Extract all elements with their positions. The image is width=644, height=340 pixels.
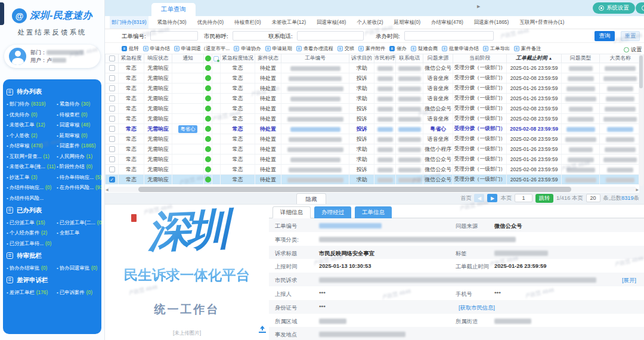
row-checkbox[interactable] (109, 75, 115, 81)
tab-item[interactable]: 优先待办(0) (196, 16, 225, 29)
table-row[interactable]: 常态无需响应常态待处置求助语音坐席受理分拨（一级部门）2025-01-26 23… (106, 94, 641, 104)
sidebar-item[interactable]: •未签收工单(推...(11) (7, 163, 57, 170)
sidebar-item[interactable]: •已分派工单(15) (7, 220, 57, 226)
row-checkbox[interactable] (109, 136, 115, 142)
table-row[interactable]: 常态无需响应常态待处置投诉语音坐席受理分拨（一级部门）2025-02-08 23… (106, 114, 641, 124)
upload-icon[interactable] (259, 326, 266, 333)
search-field-input[interactable] (150, 31, 198, 41)
tab-item[interactable]: 部门待办(8319) (110, 16, 148, 29)
fetch-citizen-info-link[interactable]: [获取市民信息] (459, 304, 495, 312)
search-field-input[interactable] (404, 31, 494, 41)
sidebar-item[interactable]: •未签收工单(12) (7, 122, 57, 128)
toolbar-button[interactable]: 查看办理流程 (296, 45, 333, 52)
table-row[interactable]: ✓常态无需响应常态待处置求助微信公众号受理分拨（一级部门）2025-01-26 … (106, 175, 641, 185)
sidebar-item[interactable]: •紧急待办(30) (57, 101, 101, 107)
sidebar-item[interactable]: •办结审核(478) (7, 143, 57, 149)
tab-item[interactable]: 办结审核(478) (429, 16, 465, 29)
sidebar-item[interactable]: •协办回退审批(0) (57, 265, 99, 271)
sidebar-item[interactable]: •差评工单栏(176) (7, 289, 57, 296)
sidebar-item[interactable]: •已申诉案件(0) (57, 289, 99, 296)
sidebar-item[interactable]: •协办办结审批(0) (7, 265, 57, 271)
sidebar-item[interactable]: •优先待办(0) (7, 112, 57, 118)
table-row[interactable]: 常态无需响应粤省心常态待处置投诉粤省心受理分拨（一级部门）2025-02-08 … (106, 124, 641, 134)
sidebar-item[interactable]: •个人签收(2) (7, 132, 57, 139)
page-tab[interactable]: 工单查询 (151, 3, 196, 16)
table-settings-button[interactable]: 设置 (624, 46, 642, 54)
row-checkbox[interactable] (109, 166, 115, 172)
next-page-button[interactable]: ▶ (487, 194, 497, 202)
toolbar-button[interactable]: 案件附件 (358, 45, 385, 52)
row-checkbox[interactable] (109, 65, 115, 71)
jump-button[interactable]: 跳转 (535, 194, 553, 203)
sidebar-item[interactable]: •已分派工单待...(0) (7, 240, 57, 247)
row-checkbox[interactable] (109, 85, 115, 91)
detail-tab[interactable]: 详细信息 (273, 206, 311, 218)
first-page-label[interactable]: 首页 (460, 194, 472, 202)
system-settings-button[interactable]: 系统设置 (593, 2, 635, 14)
sidebar-item[interactable]: •抄送工单(3) (7, 174, 57, 181)
logout-button[interactable]: 退出 (636, 2, 644, 14)
select-all-checkbox[interactable] (109, 55, 115, 61)
toolbar-button[interactable]: 申请延期 (265, 45, 292, 52)
table-row[interactable]: 常态无需响应常态待处置投诉微信公众号受理分拨（一级部门）2025-02-08 2… (106, 165, 641, 175)
toolbar-button[interactable]: 申请办结 (143, 45, 170, 52)
detail-tab[interactable]: 办理经过 (314, 206, 351, 218)
row-checkbox[interactable]: ✓ (109, 177, 115, 183)
sidebar-item[interactable]: •延期审核(0) (57, 132, 101, 139)
sidebar-item[interactable]: •待核查栏(0) (57, 112, 101, 118)
sidebar-item[interactable]: •部门待办(8319) (7, 101, 57, 107)
sidebar-item[interactable]: •互联网+督查...(1) (7, 153, 57, 160)
prev-page-button[interactable]: ◀ (474, 194, 484, 202)
tab-item[interactable]: 延期审核(0) (392, 16, 422, 29)
table-row[interactable]: 常态无需响应常态待处置求助微信公众号受理分拨（一级部门）2025-01-26 2… (106, 154, 641, 165)
row-checkbox[interactable] (109, 95, 115, 101)
hide-panel-tab[interactable]: 隐藏 (296, 193, 326, 205)
detail-tab[interactable]: 工单信息 (355, 206, 392, 218)
table-row[interactable]: 常态无需响应常态待处置求助语音坐席受理分拨（一级部门）2025-01-26 23… (106, 84, 641, 94)
sidebar-item[interactable]: •回退案件(1865) (57, 143, 101, 149)
page-size-input[interactable]: 20 (586, 194, 600, 202)
sidebar-item[interactable]: •人民网待办(1) (57, 153, 101, 160)
sidebar-item[interactable]: •办结件待响应...(0) (7, 184, 57, 191)
query-button[interactable]: 查询 (595, 31, 615, 41)
toolbar-button[interactable]: 申请回退（退至市平... (174, 45, 230, 52)
row-checkbox[interactable] (109, 116, 115, 122)
sidebar-item[interactable]: •待办单待响应...(5) (57, 174, 101, 181)
table-row[interactable]: 常态无需响应常态待处置投诉语音坐席受理分拨（一级部门）2025-02-08 23… (106, 73, 641, 84)
page-input[interactable]: 1 (515, 194, 532, 202)
table-row[interactable]: 常态无需响应常态待处置投诉语音坐席受理分拨（一级部门）2025-02-08 23… (106, 134, 641, 144)
sidebar-item[interactable]: •个人经办案件(2) (7, 230, 57, 236)
tab-item[interactable]: 个人签收(2) (355, 16, 385, 29)
tab-item[interactable]: 回退案件(1865) (472, 16, 511, 29)
row-checkbox[interactable] (109, 106, 115, 112)
sidebar-item[interactable]: •在办件待风险...(93) (57, 184, 101, 191)
tabs-scroll-right-icon[interactable]: ▶ (477, 4, 480, 9)
search-field-input[interactable] (297, 31, 364, 41)
vertical-scrollbar[interactable] (639, 54, 643, 186)
row-checkbox[interactable] (109, 156, 115, 162)
toolbar-button[interactable]: 批转 (122, 45, 139, 52)
table-row[interactable]: 常态无需响应常态待处置求助微信公众号受理分拨（一级部门）2025-01-26 2… (106, 63, 641, 73)
toolbar-button[interactable]: 催办 (389, 45, 407, 52)
reset-button[interactable]: 重置 (621, 31, 640, 41)
expand-link[interactable]: [展开] (622, 277, 636, 285)
tab-item[interactable]: 未签收工单(12) (270, 16, 308, 29)
tab-item[interactable]: 回退审核(48) (315, 16, 348, 29)
toolbar-button[interactable]: 工单导出 (483, 45, 510, 52)
toolbar-button[interactable]: 疑难会商 (411, 45, 438, 52)
sidebar-item[interactable]: •全部工单 (57, 230, 101, 236)
toolbar-button[interactable]: 批量申请办结 (442, 45, 479, 52)
sidebar-item[interactable]: •已分派工单(二...(0) (57, 220, 101, 226)
tab-item[interactable]: 互联网+督查待办(1) (518, 16, 566, 29)
sidebar-item[interactable]: •阶段性办结(0) (57, 163, 101, 170)
toolbar-button[interactable]: 案件备注 (514, 45, 541, 52)
table-row[interactable]: 常态无需响应常态待处置求助微信小程序受理分拨（一级部门）2025-01-26 2… (106, 144, 641, 154)
tab-item[interactable]: 待核查栏(0) (233, 16, 262, 29)
toolbar-button[interactable]: 申请协办 (234, 45, 261, 52)
horizontal-scrollbar[interactable]: ◀▶ (107, 187, 637, 192)
sidebar-item[interactable]: •办结件待风险... (7, 195, 57, 202)
row-checkbox[interactable] (109, 126, 115, 132)
toolbar-button[interactable]: 交班 (338, 45, 355, 52)
row-checkbox[interactable] (109, 146, 115, 152)
tab-item[interactable]: 紧急待办(30) (156, 16, 188, 29)
